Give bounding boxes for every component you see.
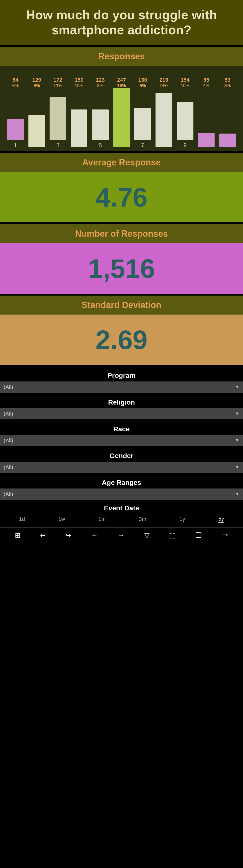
age-ranges-filter-label: Age Ranges bbox=[0, 474, 243, 489]
bar-5 bbox=[92, 110, 109, 140]
num-responses-label: Number of Responses bbox=[75, 229, 168, 239]
bar-group-10: 554% bbox=[198, 88, 215, 149]
avg-response-value: 4.76 bbox=[96, 182, 147, 212]
bar-group-4: 15010% bbox=[71, 88, 87, 149]
gender-label: Gender bbox=[110, 452, 133, 460]
age-ranges-value: (All) bbox=[4, 491, 13, 497]
bar-label-5: 1238% bbox=[96, 77, 105, 88]
bar-x-5: 5 bbox=[99, 142, 102, 149]
bar-label-7: 1309% bbox=[138, 77, 147, 88]
std-dev-value: 2.69 bbox=[96, 325, 147, 355]
date-btn-5y[interactable]: 5y bbox=[218, 516, 224, 523]
bar-label-1: 846% bbox=[12, 77, 19, 88]
program-arrow-icon: ▼ bbox=[235, 384, 239, 390]
bar-6 bbox=[113, 88, 130, 147]
race-arrow-icon: ▼ bbox=[235, 438, 239, 443]
bar-label-6: 24716% bbox=[117, 77, 126, 88]
back-icon[interactable]: ← bbox=[91, 531, 98, 539]
race-label: Race bbox=[113, 425, 130, 433]
bar-11 bbox=[219, 133, 236, 147]
event-date-label-container: Event Date bbox=[2, 504, 241, 512]
bar-group-3: 17211% 3 bbox=[49, 88, 66, 149]
bar-group-2: 1299% bbox=[28, 88, 45, 149]
bar-9 bbox=[177, 102, 194, 140]
bar-group-9: 15410% 9 bbox=[177, 88, 194, 149]
event-date-label: Event Date bbox=[104, 504, 139, 512]
race-filter-label: Race bbox=[0, 421, 243, 435]
responses-label: Responses bbox=[98, 51, 145, 61]
dropdown-icon[interactable]: ▽ bbox=[144, 531, 150, 539]
grid-icon[interactable]: ⊞ bbox=[15, 531, 21, 539]
bar-1 bbox=[7, 119, 24, 140]
date-btn-1y[interactable]: 1y bbox=[180, 516, 185, 523]
bar-label-10: 554% bbox=[203, 77, 209, 88]
bar-group-7: 1309% 7 bbox=[134, 88, 151, 149]
copy-icon[interactable]: ❐ bbox=[196, 531, 202, 539]
bar-x-7: 7 bbox=[141, 142, 144, 149]
bar-2 bbox=[28, 115, 45, 147]
date-btn-1m[interactable]: 1m bbox=[98, 516, 106, 523]
num-responses-header: Number of Responses bbox=[0, 224, 243, 243]
race-select[interactable]: (All) ▼ bbox=[0, 435, 243, 446]
bar-4 bbox=[71, 110, 87, 147]
separator-1 bbox=[0, 45, 243, 47]
date-range-buttons: 1d 1w 1m 3m 1y 5y bbox=[2, 515, 241, 524]
date-btn-3m[interactable]: 3m bbox=[139, 516, 146, 523]
bar-label-8: 21914% bbox=[160, 77, 168, 88]
program-label: Program bbox=[107, 372, 135, 379]
responses-header: Responses bbox=[0, 47, 243, 66]
age-ranges-label: Age Ranges bbox=[102, 479, 141, 486]
religion-select[interactable]: (All) ▼ bbox=[0, 408, 243, 420]
gender-value: (All) bbox=[4, 464, 13, 470]
bar-label-11: 533% bbox=[224, 77, 231, 88]
religion-label: Religion bbox=[108, 399, 135, 406]
bar-x-3: 3 bbox=[56, 142, 59, 149]
separator-5 bbox=[0, 365, 243, 367]
program-value: (All) bbox=[4, 384, 13, 390]
gender-select[interactable]: (All) ▼ bbox=[0, 462, 243, 473]
share-icon[interactable]: ⮡ bbox=[221, 531, 228, 539]
bar-label-4: 15010% bbox=[75, 77, 83, 88]
screen-icon[interactable]: ⬚ bbox=[169, 531, 176, 539]
avg-response-header: Average Response bbox=[0, 153, 243, 172]
redo-icon[interactable]: ↪ bbox=[66, 531, 71, 539]
bar-label-9: 15410% bbox=[180, 77, 189, 88]
gender-filter-label: Gender bbox=[0, 447, 243, 462]
religion-filter-label: Religion bbox=[0, 394, 243, 408]
separator-4 bbox=[0, 293, 243, 296]
date-btn-1w[interactable]: 1w bbox=[58, 516, 65, 523]
chart-section: 846% 1 1299% 17211% 3 15010% bbox=[0, 66, 243, 151]
bottom-toolbar: ⊞ ↩ ↪ ← → ▽ ⬚ ❐ ⮡ bbox=[0, 527, 243, 543]
separator-3 bbox=[0, 222, 243, 224]
std-dev-header: Standard Deviation bbox=[0, 296, 243, 315]
bar-group-5: 1238% 5 bbox=[92, 88, 109, 149]
religion-value: (All) bbox=[4, 411, 13, 417]
bar-group-11: 533% bbox=[219, 88, 236, 149]
age-ranges-arrow-icon: ▼ bbox=[235, 491, 239, 497]
age-ranges-select[interactable]: (All) ▼ bbox=[0, 489, 243, 500]
program-select[interactable]: (All) ▼ bbox=[0, 381, 243, 393]
std-dev-label: Standard Deviation bbox=[82, 300, 161, 310]
num-responses-value: 1,516 bbox=[88, 253, 155, 283]
page-title: How much do you struggle with smartphone… bbox=[5, 7, 238, 38]
bar-x-1: 1 bbox=[14, 142, 17, 149]
avg-response-label: Average Response bbox=[82, 157, 161, 167]
bar-10 bbox=[198, 133, 215, 147]
bar-label-2: 1299% bbox=[32, 77, 41, 88]
bar-label-3: 17211% bbox=[54, 77, 63, 88]
separator-2 bbox=[0, 151, 243, 153]
event-date-section: Event Date 1d 1w 1m 3m 1y 5y bbox=[0, 501, 243, 527]
num-responses-section: 1,516 bbox=[0, 243, 243, 293]
bar-group-6: 24716% bbox=[113, 88, 130, 149]
bar-7 bbox=[134, 108, 151, 140]
gender-arrow-icon: ▼ bbox=[235, 465, 239, 470]
undo-icon[interactable]: ↩ bbox=[40, 531, 46, 539]
forward-icon[interactable]: → bbox=[117, 531, 125, 539]
bar-8 bbox=[155, 93, 172, 147]
date-btn-1d[interactable]: 1d bbox=[19, 516, 25, 523]
race-value: (All) bbox=[4, 437, 13, 444]
bar-group-1: 846% 1 bbox=[7, 88, 24, 149]
title-section: How much do you struggle with smartphone… bbox=[0, 0, 243, 45]
chart-area: 846% 1 1299% 17211% 3 15010% bbox=[2, 71, 241, 149]
bar-3 bbox=[49, 97, 66, 140]
